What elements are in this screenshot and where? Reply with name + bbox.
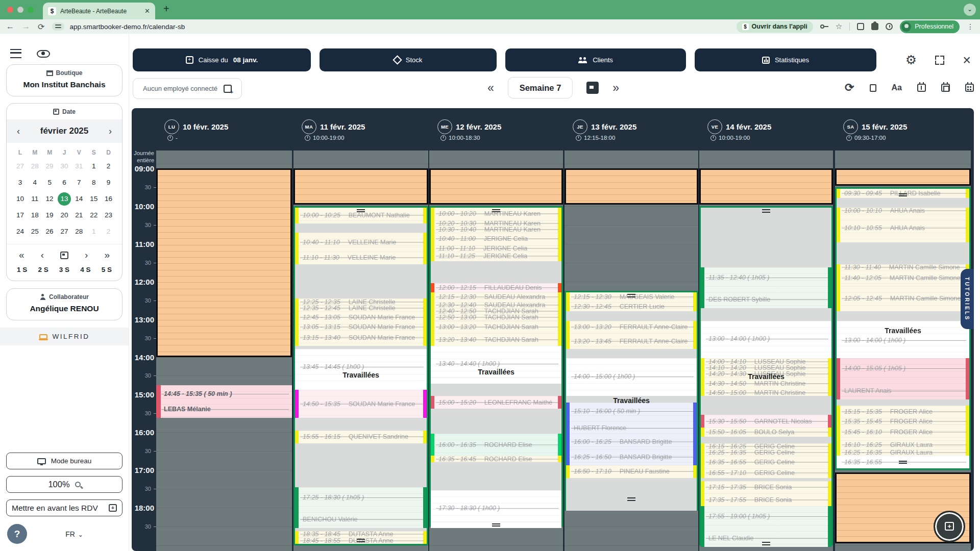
day-cell[interactable]: 18 [28,207,42,223]
appointment[interactable]: 17:35 - 17:55BRICE Sonia [701,493,831,506]
closed-slot[interactable] [701,208,831,267]
closed-slot[interactable] [837,311,969,320]
day-cell[interactable]: 25 [28,223,42,240]
closed-hours-block[interactable] [565,168,698,205]
closed-slot[interactable] [837,242,969,264]
caisse-button[interactable]: Caisse du08 janv. [133,48,311,71]
day-cell[interactable]: 3 [13,174,28,191]
closed-slot[interactable] [701,396,831,415]
site-settings-icon[interactable] [52,22,64,31]
appointment[interactable]: 13:05 - 13:15SOUDAN Marie France [295,324,427,330]
appointment[interactable]: 16:00 - 16:25BANSARD Brigitte [566,434,697,449]
closed-slot[interactable] [431,384,561,396]
settings-gear-icon[interactable]: ⚙ [905,53,917,67]
appointment[interactable]: 11:10 - 11:30VELLEINE Marie [295,252,427,264]
drag-handle-icon[interactable] [899,461,907,464]
day-cell[interactable]: 10 [13,191,28,207]
work-area[interactable]: 10:00 - 10:25BEAUMONT Nathalie10:40 - 11… [293,206,428,545]
week-button[interactable]: 3 S [59,266,69,273]
week-button[interactable]: 4 S [80,266,90,273]
text-size-icon[interactable]: Aa [892,83,902,92]
day-cell[interactable]: 28 [28,158,42,174]
day-cell[interactable]: 9 [101,174,116,191]
zoom-window-button[interactable] [28,7,34,13]
close-window-button[interactable] [7,7,13,13]
day-column-JE[interactable]: 12:15 - 12:30MAUGEAIS Valerie12:30 - 12:… [565,151,698,551]
duplicate-icon[interactable] [870,84,876,92]
appointment[interactable]: 10:30 - 10:40MARTINEAU Karen [431,227,561,233]
day-column-LU[interactable]: 14:45 - 15:35 ( 50 min )LEBAS Mélanie [156,151,292,551]
appointment[interactable]: 11:30 - 11:40MARTIN Camille Simone [837,264,969,270]
appointment[interactable]: 16:10 - 16:25GIRAUX Laura [837,440,969,449]
appointment[interactable]: 14:00 - 15:00 ( 1h00 ) [566,358,697,396]
drag-handle-icon[interactable] [357,539,365,542]
selected-day[interactable]: 13 [57,191,72,207]
drag-handle-icon[interactable] [627,497,635,501]
nav-last-icon[interactable]: » [104,249,110,261]
language-select[interactable]: FR⌄ [27,530,121,538]
appointment[interactable]: 18:45 - 18:55DUTASTA Anne [295,538,427,544]
appointment[interactable]: 12:30 - 12:45CERTIER Lucie [566,302,697,311]
closed-slot[interactable] [431,462,561,490]
appointment[interactable]: 17:30 - 18:30 ( 1h00 ) [431,490,561,528]
appointment[interactable]: 11:00 - 11:10JERIGNE Celia [431,245,561,252]
appointment[interactable]: 17:55 - 19:00 ( 1h05 )LE NEL Claudie [701,506,831,547]
device-bar[interactable]: WILFRID [0,328,129,345]
drag-handle-icon[interactable] [492,209,500,213]
new-tab-button[interactable]: + [163,3,169,15]
bookmark-star-icon[interactable]: ☆ [836,22,842,31]
day-cell[interactable]: 28 [71,223,86,240]
work-area[interactable]: 09:30 - 09:45PILLARD Isabelle10:00 - 10:… [835,187,971,470]
appointment[interactable]: 14:50 - 15:00MARTIN Christine [701,390,831,396]
no-employee-pill[interactable]: Aucun employé connecté [133,78,242,99]
closed-slot[interactable] [431,409,561,434]
day-cell[interactable]: 6 [57,174,72,191]
tutorials-tab[interactable]: TUTORIELS [961,269,974,329]
appointment[interactable]: 17:25 - 18:30 ( 1h05 )BENICHOU Valérie [295,487,427,528]
day-cell[interactable]: 27 [13,158,28,174]
today-calendar-icon[interactable] [60,252,68,259]
extensions-puzzle-icon[interactable] [871,23,878,30]
day-cell[interactable]: 1 [86,158,101,174]
closed-slot[interactable] [566,311,697,320]
appointment[interactable]: 14:50 - 15:35SOUDAN Marie France [295,390,427,418]
history-icon[interactable] [886,23,893,30]
day-cell[interactable]: 20 [57,207,72,223]
closed-slot[interactable] [295,264,427,299]
nav-prev-icon[interactable]: ‹ [41,249,44,261]
drag-handle-icon[interactable] [762,542,770,545]
drag-handle-icon[interactable] [492,523,500,527]
appointment[interactable]: 11:40 - 12:05MARTIN Camille Simone [837,270,969,286]
day-column-ME[interactable]: 10:00 - 10:20MARTINEAU Karen10:20 - 10:3… [429,151,563,551]
day-cell[interactable]: 8 [86,174,101,191]
appointment[interactable]: 14:45 - 15:35 ( 50 min )LEBAS Mélanie [156,385,292,418]
appointment[interactable]: 13:20 - 13:45FERRAULT Anne-Claire [566,333,697,349]
prev-week-icon[interactable]: « [487,81,494,95]
appointment[interactable]: 15:50 - 16:05BOULO Selya [701,428,831,437]
browser-menu-icon[interactable]: ⋮ [967,22,974,31]
closed-slot[interactable] [295,443,427,487]
closed-slot[interactable] [837,399,969,406]
address-bar[interactable]: app.smartbooker-demo.fr/calendar-sb [52,22,728,31]
appointment[interactable]: 13:00 - 13:20FERRAULT Anne-Claire [566,321,697,334]
side-panel-icon[interactable] [857,23,864,30]
help-button[interactable]: ? [7,524,27,544]
appointment[interactable]: 15:00 - 15:20LEONLEFRANC Maithé [431,396,561,409]
day-cell[interactable]: 19 [42,207,57,223]
appointment[interactable]: 15:10 - 16:00 ( 50 min )HUBERT Florence [566,403,697,434]
reload-icon[interactable]: ⟳ [38,22,44,32]
day-cell[interactable]: 16 [101,191,116,207]
appointment[interactable]: 09:30 - 09:45PILLARD Isabelle [837,189,969,198]
appointment[interactable]: 17:15 - 17:35BRICE Sonia [701,481,831,494]
appointment[interactable]: 13:00 - 14:00 ( 1h00 ) [701,321,831,359]
closed-slot[interactable] [701,308,831,321]
day-cell[interactable]: 21 [71,207,86,223]
closed-hours-block[interactable] [293,168,428,205]
appointment[interactable]: 13:00 - 14:00 ( 1h00 )Travaillées [837,321,969,359]
appointment[interactable]: 15:30 - 15:50GARNOTEL Nicolas [701,415,831,428]
appointment[interactable]: 10:00 - 10:10AHUA Anais [837,208,969,214]
appointment[interactable]: 14:00 - 15:05 ( 1h05 )LAURENT Anais [837,358,969,399]
tab-search-chevron-icon[interactable]: ⌄ [964,4,976,16]
drag-handle-icon[interactable] [357,209,365,213]
appointment[interactable]: 10:10 - 10:55AHUA Anais [837,214,969,242]
